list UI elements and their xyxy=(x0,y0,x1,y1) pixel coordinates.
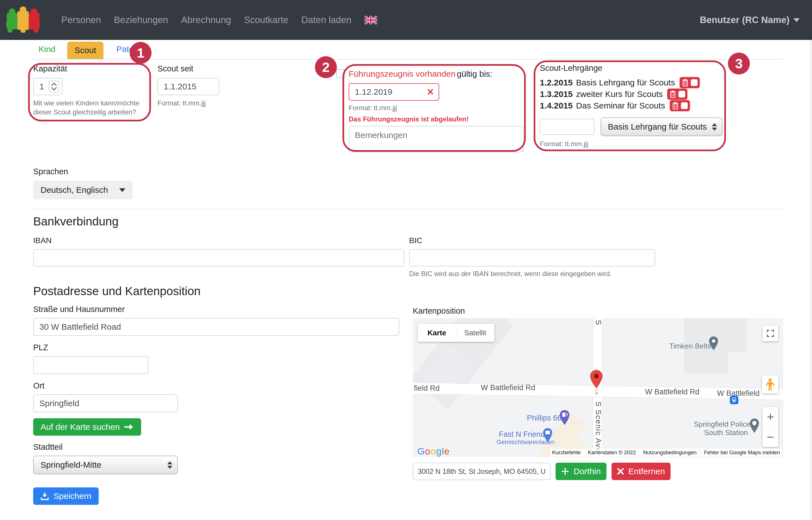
map-type-karte-button[interactable]: Karte xyxy=(418,324,456,342)
zoom-in-button[interactable]: + xyxy=(762,407,778,427)
road-label-vertical-partial: S xyxy=(594,320,603,326)
stadtteil-select-value: Springfield-Mitte xyxy=(41,460,101,470)
map-business-label: Phillips 66 xyxy=(527,414,561,422)
delete-lehrgang-button[interactable] xyxy=(680,77,700,88)
fullscreen-button[interactable] xyxy=(762,326,778,341)
bic-label: BIC xyxy=(409,236,655,245)
bank-heading: Bankverbindung xyxy=(33,215,119,228)
sprachen-dropdown[interactable]: Deutsch, Englisch xyxy=(33,181,133,199)
fuehrungszeugnis-group: Führungszeugnis vorhanden gültig bis: ✕ … xyxy=(349,69,524,154)
road-label-vertical: S Scenic Ave xyxy=(594,401,603,453)
pegman-button[interactable] xyxy=(762,375,778,393)
ort-input[interactable] xyxy=(33,394,178,412)
place-pin-icon[interactable] xyxy=(709,336,719,352)
delete-lehrgang-button[interactable] xyxy=(670,100,690,111)
nav-item-daten-laden[interactable]: Daten laden xyxy=(301,15,352,25)
lehrgang-date: 1.3.2015 xyxy=(540,89,573,99)
tab-scout-active[interactable]: Scout xyxy=(67,42,103,59)
google-map[interactable]: field Rd W Battlefield Rd W Battlefield … xyxy=(413,318,783,457)
lehrgaenge-format-hint: Format: tt.mm.jjj xyxy=(540,139,722,149)
kapazitaet-help: Mit wie vielen Kindern kann/möchte diese… xyxy=(33,99,147,116)
fuehrungszeugnis-label: Führungszeugnis vorhanden xyxy=(349,69,456,78)
stadtteil-select[interactable]: Springfield-Mitte xyxy=(33,456,178,474)
sprachen-group: Sprachen Deutsch, Englisch xyxy=(33,167,133,199)
scout-seit-format-hint: Format: tt.mm.jjj xyxy=(157,99,242,108)
stepper-arrows-icon[interactable] xyxy=(49,81,59,93)
map-place-label: Springfield Police xyxy=(694,420,748,428)
road-label: W Battlefield Rd xyxy=(481,383,535,392)
transit-station-icon[interactable] xyxy=(730,396,738,404)
street-input[interactable] xyxy=(33,318,399,336)
fuehrungszeugnis-checkbox[interactable] xyxy=(336,69,345,78)
plz-input[interactable] xyxy=(33,356,149,374)
plz-group: PLZ xyxy=(33,343,149,374)
remove-button-label: Entfernen xyxy=(628,467,665,476)
clear-date-icon[interactable]: ✕ xyxy=(427,86,434,97)
lehrgaenge-group: Scout-Lehrgänge 1.2.2015 Basis Lehrgang … xyxy=(540,63,722,149)
lehrgang-select[interactable]: Basis Lehrgang für Scouts xyxy=(601,118,722,136)
uk-flag-icon[interactable] xyxy=(364,16,377,24)
street-group: Straße und Hausnummer xyxy=(33,305,399,336)
nav-item-personen[interactable]: Personen xyxy=(61,15,101,25)
zoom-out-button[interactable]: − xyxy=(762,427,778,447)
goto-button[interactable]: Dorthin xyxy=(556,463,607,480)
trash-icon xyxy=(682,79,689,86)
puzzle-logo-icon[interactable] xyxy=(6,3,40,33)
user-dropdown[interactable]: Benutzer (RC Name) xyxy=(700,0,800,40)
main-nav: Personen Beziehungen Abrechnung Scoutkar… xyxy=(61,0,377,40)
lehrgang-select-checkbox[interactable] xyxy=(679,91,685,98)
report-error-link[interactable]: Fehler bei Google Maps melden xyxy=(704,449,780,456)
sprachen-value: Deutsch, Englisch xyxy=(41,185,108,195)
nav-item-abrechnung[interactable]: Abrechnung xyxy=(181,15,231,25)
move-icon xyxy=(561,467,569,475)
sprachen-label: Sprachen xyxy=(33,167,133,176)
ort-label: Ort xyxy=(33,381,178,390)
lehrgang-title: Basis Lehrgang für Scouts xyxy=(576,78,675,87)
bemerkungen-textarea[interactable] xyxy=(349,126,524,152)
police-pin-icon[interactable] xyxy=(749,418,760,434)
remove-button[interactable]: Entfernen xyxy=(611,463,670,480)
pegman-icon xyxy=(766,378,774,391)
lehrgang-select-value: Basis Lehrgang für Scouts xyxy=(608,122,707,132)
select-updown-icon xyxy=(712,123,717,131)
navbar: Personen Beziehungen Abrechnung Scoutkar… xyxy=(0,0,812,40)
traffic-light-icon xyxy=(595,389,598,396)
gas-station-pin-icon[interactable] xyxy=(559,410,570,426)
lehrgang-date: 1.4.2015 xyxy=(540,101,573,110)
iban-input[interactable] xyxy=(33,249,404,266)
bic-input[interactable] xyxy=(409,249,655,266)
lehrgang-select-checkbox[interactable] xyxy=(691,79,697,86)
divider xyxy=(32,209,783,209)
scout-seit-group: Scout seit Format: tt.mm.jjj xyxy=(157,64,242,108)
map-type-satellit-button[interactable]: Satellit xyxy=(456,324,494,342)
map-place-label: South Station xyxy=(694,428,748,437)
new-lehrgang-date-input[interactable] xyxy=(540,119,594,135)
save-button[interactable]: Speichern xyxy=(33,487,99,505)
lehrgang-title: Das Seminar für Scouts xyxy=(576,101,665,110)
lehrgaenge-label: Scout-Lehrgänge xyxy=(540,63,722,73)
store-pin-icon[interactable] xyxy=(543,428,553,443)
chevron-down-icon xyxy=(119,188,125,192)
terms-link[interactable]: Nutzungsbedingungen xyxy=(643,449,696,456)
bic-group: BIC Die BIC wird aus der IBAN berechnet,… xyxy=(409,236,655,278)
select-updown-icon xyxy=(167,461,172,469)
map-address-input[interactable] xyxy=(413,463,551,480)
tab-kind[interactable]: Kind xyxy=(39,45,55,59)
scrollbar-track[interactable] xyxy=(810,40,811,520)
map-shortcuts-link[interactable]: Kurzbefehle xyxy=(552,449,581,456)
kapazitaet-group: Kapazität Mit wie vielen Kindern kann/mö… xyxy=(33,64,147,116)
scout-seit-input[interactable] xyxy=(157,78,219,95)
nav-item-scoutkarte[interactable]: Scoutkarte xyxy=(244,15,288,25)
map-marker-icon[interactable] xyxy=(590,370,603,389)
plz-label: PLZ xyxy=(33,343,149,352)
lehrgang-date: 1.2.2015 xyxy=(540,78,573,87)
delete-lehrgang-button[interactable] xyxy=(667,88,687,100)
fuehrungszeugnis-gueltig-label: gültig bis: xyxy=(457,69,492,78)
lehrgang-row: 1.4.2015 Das Seminar für Scouts xyxy=(540,100,722,111)
lehrgang-select-checkbox[interactable] xyxy=(681,102,688,109)
kapazitaet-label: Kapazität xyxy=(33,64,147,73)
nav-item-beziehungen[interactable]: Beziehungen xyxy=(114,15,168,25)
map-search-button[interactable]: Auf der Karte suchen xyxy=(33,418,141,436)
fuehrungszeugnis-date-input[interactable] xyxy=(349,83,439,101)
trash-icon xyxy=(669,90,676,98)
